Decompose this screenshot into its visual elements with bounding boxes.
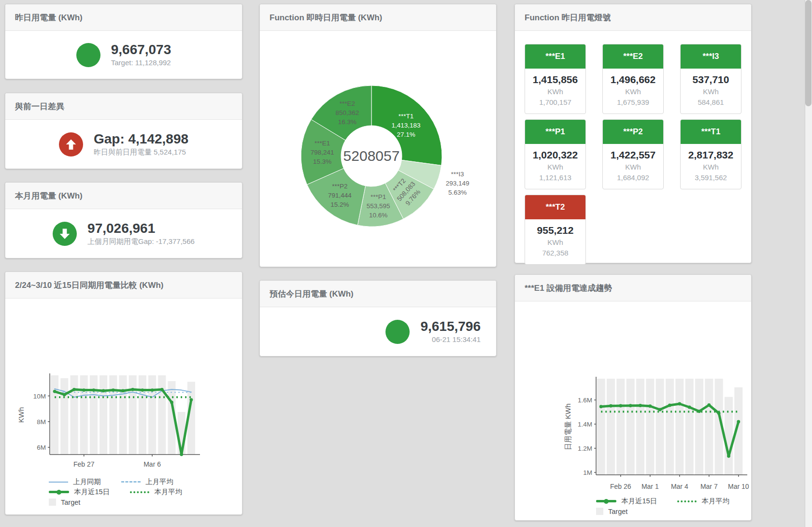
target-bar [597,379,605,475]
tile-header: ***E2 [603,44,663,69]
svg-text:850,362: 850,362 [336,109,359,116]
tile-target: 1,675,939 [604,97,662,108]
card-title: Function 即時日用電量 (KWh) [270,12,382,23]
card-realtime-donut: Function 即時日用電量 (KWh) ***T11,413,18327.1… [259,4,497,267]
legend-swatch [596,500,616,502]
tile-value: 1,020,322 [526,148,584,162]
tile-unit: KWh [682,86,740,97]
legend-item[interactable]: Target [49,499,80,506]
card-title: ***E1 設備用電達成趨勢 [525,283,612,294]
target-bar [148,375,156,455]
x-tick-label: Feb 27 [73,460,95,468]
tile-value: 1,496,662 [604,73,662,86]
tile-unit: KWh [604,86,662,97]
legend-item[interactable]: 本月近15日 [596,497,657,506]
target-bar [627,379,635,475]
card-header: 預估今日用電量 (KWh) [260,281,496,307]
tile-unit: KWh [604,162,662,172]
y-tick-label: 6M [37,444,46,451]
tile-unit: KWh [526,162,584,172]
legend-swatch [677,500,697,502]
x-tick-label: Mar 7 [700,483,718,490]
tile-target: 1,121,613 [526,172,584,183]
trend-chart: 1M1.2M1.4M1.6MFeb 26Mar 1Mar 4Mar 7Mar 1… [515,301,751,495]
legend-item[interactable]: 本月近15日 [49,487,110,497]
tile-value: 1,422,557 [604,148,662,162]
svg-text:791,444: 791,444 [328,192,352,199]
scrollbar-thumb[interactable] [805,0,812,106]
y-axis-label: KWh [17,407,25,423]
tile-value: 1,415,856 [526,73,584,86]
legend-swatch [49,499,56,506]
legend-label: 上月同期 [73,477,101,486]
tile-header: ***T1 [681,120,741,144]
card-header: 2/24~3/10 近15日同期用電量比較 (KWh) [5,272,242,299]
target-bar [119,375,127,455]
light-tile: ***E11,415,856KWh1,700,157 [525,44,586,114]
legend-item[interactable]: 上月平均 [121,477,173,486]
tile-header: ***I3 [681,44,741,69]
target-bar [695,379,703,475]
tile-target: 3,591,562 [682,172,740,183]
svg-text:16.3%: 16.3% [338,118,356,126]
card-yesterday-lights: Function 昨日用電燈號 ***E11,415,856KWh1,700,1… [514,4,752,263]
legend-label: Target [61,499,80,506]
target-bar [129,375,137,455]
legend-swatch [130,491,149,493]
stat-subtitle: 上個月同期用電Gap: -17,377,566 [87,236,195,246]
svg-text:5.63%: 5.63% [448,189,467,196]
scrollbar[interactable] [805,0,812,527]
tile-value: 537,710 [682,73,740,86]
legend-label: 本月平均 [701,497,729,506]
light-tile: ***P11,020,322KWh1,121,613 [525,119,586,189]
stat-value: 97,026,961 [87,221,195,236]
target-bar [90,375,98,455]
svg-text:***P2: ***P2 [332,183,347,190]
target-bar [616,379,625,475]
card-header: 本月用電量 (KWh) [5,183,242,209]
legend-label: Target [608,508,627,515]
y-tick-label: 10M [33,393,46,400]
target-bar [685,379,694,475]
card-compare-chart: 2/24~3/10 近15日同期用電量比較 (KWh) 6M8M10MFeb 2… [5,271,242,515]
card-title: 昨日用電量 (KWh) [15,12,83,23]
stat-subtitle: 昨日與前日用電量 5,524,175 [94,147,188,157]
stat-subtitle: Target: 11,128,992 [111,57,171,68]
x-tick-label: Mar 6 [143,460,161,468]
target-bar [80,375,88,455]
donut-chart: ***T11,413,18327.1%***I3293,1495.63%***T… [260,31,496,267]
card-header: 與前一日差異 [5,93,242,120]
x-tick-label: Mar 10 [728,483,749,490]
target-bar [158,375,166,455]
light-tile: ***I3537,710KWh584,861 [680,44,741,114]
svg-text:15.2%: 15.2% [330,201,349,208]
card-e1-trend: ***E1 設備用電達成趨勢 1M1.2M1.4M1.6MFeb 26Mar 1… [514,274,752,521]
svg-text:553,595: 553,595 [367,202,390,210]
svg-text:293,149: 293,149 [446,180,470,187]
tile-target: 1,684,092 [604,172,662,183]
legend-item[interactable]: 本月平均 [130,487,182,497]
tile-target: 1,700,157 [526,97,584,108]
legend-item[interactable]: 上月同期 [49,477,101,486]
legend-label: 本月近15日 [74,487,110,497]
target-bar [71,375,78,455]
svg-text:798,241: 798,241 [311,149,334,156]
legend-swatch [49,491,69,493]
light-tile: ***P21,422,557KWh1,684,092 [602,119,664,189]
stat-value: 9,667,073 [111,42,171,57]
trend-chart-legend: 本月近15日本月平均Target [596,496,729,516]
stat-timestamp: 06-21 15:34:41 [420,334,481,344]
target-bar [607,379,615,475]
legend-item[interactable]: Target [596,508,627,515]
compare-chart: 6M8M10MFeb 27Mar 6KWh [5,299,242,474]
y-axis-label: 日用電量 KWh [564,403,572,450]
target-bar [646,379,654,475]
target-bar [666,379,674,475]
svg-text:***T1: ***T1 [399,113,414,120]
legend-item[interactable]: 本月平均 [677,497,729,506]
card-title: Function 昨日用電燈號 [525,12,611,23]
y-tick-label: 1.6M [578,397,592,404]
target-bar [60,378,68,455]
card-title: 本月用電量 (KWh) [15,190,83,201]
tile-header: ***P2 [603,120,663,144]
